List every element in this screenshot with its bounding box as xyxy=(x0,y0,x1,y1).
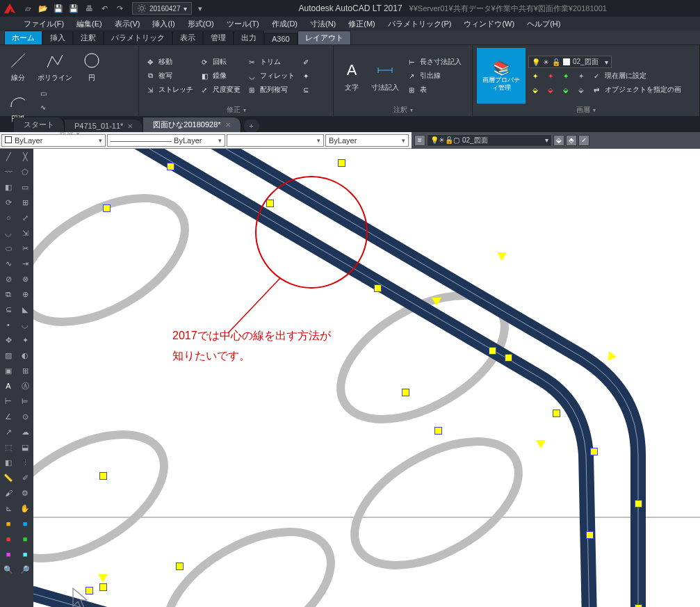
tool-colorR[interactable]: ■ xyxy=(0,531,17,547)
layer-tool-7[interactable]: ⬙ xyxy=(559,83,573,96)
direction-grip[interactable] xyxy=(432,298,441,306)
grip[interactable] xyxy=(99,583,107,591)
direction-grip[interactable] xyxy=(497,252,507,261)
grip[interactable] xyxy=(635,500,642,508)
circle-button[interactable]: 円 xyxy=(78,48,106,84)
layer-quick-selector[interactable]: 💡☀🔓▢ 02_図面▾ xyxy=(427,134,552,147)
workspace-selector[interactable]: 20160427 ▾ xyxy=(132,2,192,15)
menu-insert[interactable]: 挿入(I) xyxy=(149,17,177,31)
line-button[interactable]: 線分 xyxy=(4,48,32,84)
tool-zoomw[interactable]: 🔎 xyxy=(17,562,33,577)
grip[interactable] xyxy=(99,472,107,480)
change-layer-button[interactable]: ⇄オブジェクトを指定の画 xyxy=(589,83,683,96)
menu-draw[interactable]: 作成(D) xyxy=(269,17,300,31)
text-button[interactable]: A文字 xyxy=(338,58,366,94)
tool-join[interactable]: ⊕ xyxy=(17,286,33,302)
erase-button[interactable]: ✐ xyxy=(299,56,313,68)
redo-icon[interactable]: ↷ xyxy=(113,1,127,15)
tool-wipeout[interactable]: ◧ xyxy=(0,455,17,470)
grip[interactable] xyxy=(505,354,512,362)
menu-parametric[interactable]: パラメトリック(P) xyxy=(385,17,455,31)
tool-colorC[interactable]: ■ xyxy=(17,547,33,562)
tool-dim3[interactable]: ∠ xyxy=(0,409,17,424)
layer-list-icon[interactable]: ≡ xyxy=(414,135,425,146)
layer-tool-6[interactable]: ⬙ xyxy=(544,83,557,96)
tool-offset[interactable]: ⊆ xyxy=(0,302,17,317)
grip[interactable] xyxy=(167,163,174,170)
panel-layers-title[interactable]: 画層 xyxy=(477,104,695,116)
tool-array[interactable]: ⊞ xyxy=(17,195,33,210)
menu-tools[interactable]: ツール(T) xyxy=(224,17,262,31)
tool-extend[interactable]: ⇥ xyxy=(17,256,33,271)
tool-break2[interactable]: ⊗ xyxy=(17,271,33,286)
tab-a360[interactable]: A360 xyxy=(264,33,298,44)
grip[interactable] xyxy=(266,200,274,207)
tool-explode[interactable]: ✦ xyxy=(17,332,33,348)
grip[interactable] xyxy=(338,159,345,167)
offset-button[interactable]: ⊆ xyxy=(299,83,313,96)
open-icon[interactable]: 📂 xyxy=(36,1,50,15)
tool-leader[interactable]: ↗ xyxy=(0,424,17,439)
grip[interactable] xyxy=(103,204,111,212)
tool-move[interactable]: ✥ xyxy=(0,332,17,348)
stretch-button[interactable]: ⇲ストレッチ xyxy=(143,83,195,96)
tab-output[interactable]: 出力 xyxy=(234,31,264,44)
grip[interactable] xyxy=(635,604,642,607)
tool-match[interactable]: 🖌 xyxy=(0,485,17,501)
tool-scale[interactable]: ⤢ xyxy=(17,210,33,225)
tool-colorM[interactable]: ■ xyxy=(0,547,17,562)
tool-dim4[interactable]: ⊙ xyxy=(17,409,33,424)
layer-tool-3[interactable]: ✦ xyxy=(559,70,573,82)
tool-mtext[interactable]: Ⓐ xyxy=(17,378,33,394)
color-combo[interactable]: ByLayer▾ xyxy=(1,134,106,147)
layer-tool-1[interactable]: ✦ xyxy=(528,70,542,82)
tool-ucs[interactable]: ⊾ xyxy=(0,501,17,516)
layer-tool-5[interactable]: ⬙ xyxy=(528,83,542,96)
mirror-button[interactable]: ◧鏡像 xyxy=(197,70,242,82)
drawing-canvas[interactable]: 2017では中心の線を出す方法が 知りたいです。 xyxy=(33,149,700,607)
scale-button[interactable]: ⤢尺度変更 xyxy=(197,83,242,96)
direction-grip[interactable] xyxy=(536,440,546,448)
tool-line[interactable]: ╱ xyxy=(0,149,17,164)
trim-button[interactable]: ✂トリム xyxy=(245,56,296,68)
tool-rect[interactable]: ▭ xyxy=(17,179,33,195)
layer-properties-button[interactable]: 📚 画層プロパティ管理 xyxy=(477,48,526,104)
menu-help[interactable]: ヘルプ(H) xyxy=(524,17,563,31)
tool-point[interactable]: • xyxy=(0,317,17,332)
tool-measure[interactable]: 📏 xyxy=(0,470,17,485)
tool-spline[interactable]: ∿ xyxy=(0,256,17,271)
tool-insert[interactable]: ⬓ xyxy=(17,439,33,455)
tool-ellipse[interactable]: ⬭ xyxy=(0,241,17,256)
menu-view[interactable]: 表示(V) xyxy=(112,17,143,31)
panel-modify-title[interactable]: 修正 xyxy=(143,104,329,116)
tab-annotate[interactable]: 注釈 xyxy=(73,31,104,44)
tab-parametric[interactable]: パラメトリック xyxy=(104,31,172,44)
new-icon[interactable]: ▱ xyxy=(21,1,35,15)
save-icon[interactable]: 💾 xyxy=(51,1,65,15)
polyline-button[interactable]: ポリライン xyxy=(35,48,75,84)
tool-props[interactable]: ⚙ xyxy=(17,485,33,501)
make-current-button[interactable]: ✓現在層に設定 xyxy=(589,70,648,82)
tool-colorG[interactable]: ■ xyxy=(17,531,33,547)
tool-dim1[interactable]: ⊢ xyxy=(0,394,17,409)
grip[interactable] xyxy=(402,389,409,396)
qat-dropdown-icon[interactable]: ▾ xyxy=(193,1,207,15)
tool-polygon[interactable]: ⬠ xyxy=(17,164,33,179)
close-icon[interactable]: ✕ xyxy=(127,122,133,130)
tool-hatch[interactable]: ▨ xyxy=(0,348,17,363)
layer-match-icon[interactable]: ✓ xyxy=(578,135,589,146)
linetype-combo[interactable]: ———————— ByLayer▾ xyxy=(107,134,225,147)
tool-erase[interactable]: ✐ xyxy=(17,470,33,485)
direction-grip[interactable] xyxy=(98,574,108,583)
grip[interactable] xyxy=(374,284,382,292)
rotate-button[interactable]: ⟳回転 xyxy=(197,56,242,68)
move-button[interactable]: ✥移動 xyxy=(143,56,195,68)
tool-break[interactable]: ⊘ xyxy=(0,271,17,286)
menu-window[interactable]: ウィンドウ(W) xyxy=(461,17,517,31)
grip[interactable] xyxy=(586,531,594,539)
tool-rotate[interactable]: ⟳ xyxy=(0,195,17,210)
tool-zoom[interactable]: 🔍 xyxy=(0,562,17,577)
copy-button[interactable]: ⧉複写 xyxy=(143,70,195,82)
doc-tab-1[interactable]: 図面ひな20180928*✕ xyxy=(143,118,241,132)
add-doc-button[interactable]: + xyxy=(244,120,259,132)
